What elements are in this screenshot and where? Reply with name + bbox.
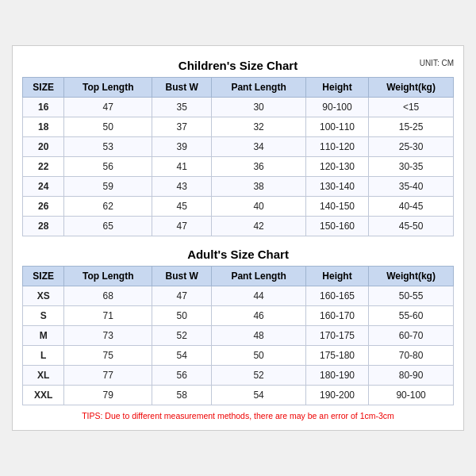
table-row: 1647353090-100<15 bbox=[23, 98, 454, 117]
table-cell: M bbox=[23, 326, 64, 346]
table-cell: 30-35 bbox=[369, 157, 454, 177]
table-cell: 190-200 bbox=[305, 386, 368, 405]
table-row: M735248170-17560-70 bbox=[23, 326, 454, 346]
table-cell: 52 bbox=[152, 326, 212, 346]
table-cell: 54 bbox=[152, 346, 212, 366]
table-cell: 26 bbox=[23, 197, 64, 217]
table-cell: 43 bbox=[152, 177, 212, 197]
table-cell: 180-190 bbox=[305, 366, 368, 386]
children-size-table: SIZE Top Length Bust W Pant Length Heigh… bbox=[22, 77, 454, 236]
table-row: XS684744160-16550-55 bbox=[23, 286, 454, 306]
table-cell: 47 bbox=[152, 286, 212, 306]
table-cell: 30 bbox=[212, 98, 306, 117]
table-cell: 70-80 bbox=[369, 346, 454, 366]
table-cell: 77 bbox=[64, 366, 152, 386]
table-row: 26624540140-15040-45 bbox=[23, 197, 454, 217]
table-cell: 59 bbox=[64, 177, 152, 197]
children-title-text: Children's Size Chart bbox=[178, 59, 298, 72]
table-row: XL775652180-19080-90 bbox=[23, 366, 454, 386]
table-cell: 110-120 bbox=[305, 137, 368, 157]
table-cell: 32 bbox=[212, 117, 306, 137]
table-cell: 90-100 bbox=[369, 386, 454, 405]
col-weight: Weight(kg) bbox=[369, 267, 454, 286]
table-cell: 28 bbox=[23, 217, 64, 236]
table-cell: 39 bbox=[152, 137, 212, 157]
table-cell: 52 bbox=[212, 366, 306, 386]
table-row: 28654742150-16045-50 bbox=[23, 217, 454, 236]
col-height: Height bbox=[305, 267, 368, 286]
col-weight: Weight(kg) bbox=[369, 78, 454, 98]
table-cell: 45-50 bbox=[369, 217, 454, 236]
table-cell: 150-160 bbox=[305, 217, 368, 236]
table-cell: 16 bbox=[23, 98, 64, 117]
table-cell: 73 bbox=[64, 326, 152, 346]
table-cell: L bbox=[23, 346, 64, 366]
table-cell: 40-45 bbox=[369, 197, 454, 217]
table-cell: 54 bbox=[212, 386, 306, 405]
unit-label: UNIT: CM bbox=[420, 59, 454, 67]
table-cell: 55-60 bbox=[369, 306, 454, 326]
col-pant-length: Pant Length bbox=[212, 78, 306, 98]
col-height: Height bbox=[305, 78, 368, 98]
table-cell: 56 bbox=[64, 157, 152, 177]
table-cell: XL bbox=[23, 366, 64, 386]
table-cell: 53 bbox=[64, 137, 152, 157]
table-row: 22564136120-13030-35 bbox=[23, 157, 454, 177]
table-cell: 79 bbox=[64, 386, 152, 405]
table-cell: 170-175 bbox=[305, 326, 368, 346]
table-cell: 130-140 bbox=[305, 177, 368, 197]
table-cell: 160-165 bbox=[305, 286, 368, 306]
table-cell: 22 bbox=[23, 157, 64, 177]
col-size: SIZE bbox=[23, 267, 64, 286]
table-row: 20533934110-12025-30 bbox=[23, 137, 454, 157]
table-cell: 75 bbox=[64, 346, 152, 366]
col-bust-w: Bust W bbox=[152, 78, 212, 98]
table-row: XXL795854190-20090-100 bbox=[23, 386, 454, 405]
table-cell: 68 bbox=[64, 286, 152, 306]
table-cell: 65 bbox=[64, 217, 152, 236]
col-top-length: Top Length bbox=[64, 267, 152, 286]
table-row: S715046160-17055-60 bbox=[23, 306, 454, 326]
table-cell: 34 bbox=[212, 137, 306, 157]
adult-header-row: SIZE Top Length Bust W Pant Length Heigh… bbox=[23, 267, 454, 286]
children-header-row: SIZE Top Length Bust W Pant Length Heigh… bbox=[23, 78, 454, 98]
col-top-length: Top Length bbox=[64, 78, 152, 98]
table-row: L755450175-18070-80 bbox=[23, 346, 454, 366]
col-size: SIZE bbox=[23, 78, 64, 98]
table-cell: 100-110 bbox=[305, 117, 368, 137]
table-cell: 46 bbox=[212, 306, 306, 326]
table-cell: 42 bbox=[212, 217, 306, 236]
col-bust-w: Bust W bbox=[152, 267, 212, 286]
table-cell: 60-70 bbox=[369, 326, 454, 346]
table-cell: XS bbox=[23, 286, 64, 306]
size-chart-card: Children's Size Chart UNIT: CM SIZE Top … bbox=[12, 45, 464, 431]
table-cell: 50 bbox=[152, 306, 212, 326]
table-cell: <15 bbox=[369, 98, 454, 117]
adult-body: XS684744160-16550-55S715046160-17055-60M… bbox=[23, 286, 454, 405]
table-cell: 47 bbox=[152, 217, 212, 236]
table-cell: 41 bbox=[152, 157, 212, 177]
table-cell: 56 bbox=[152, 366, 212, 386]
table-cell: 120-130 bbox=[305, 157, 368, 177]
adult-section-title: Adult's Size Chart bbox=[22, 243, 454, 263]
table-cell: 47 bbox=[64, 98, 152, 117]
table-cell: 20 bbox=[23, 137, 64, 157]
table-cell: S bbox=[23, 306, 64, 326]
tips-text: TIPS: Due to different measurement metho… bbox=[22, 411, 454, 422]
table-cell: 36 bbox=[212, 157, 306, 177]
table-cell: 80-90 bbox=[369, 366, 454, 386]
table-cell: 62 bbox=[64, 197, 152, 217]
table-cell: 35 bbox=[152, 98, 212, 117]
table-cell: 50 bbox=[64, 117, 152, 137]
table-cell: 50 bbox=[212, 346, 306, 366]
table-cell: 38 bbox=[212, 177, 306, 197]
table-cell: 175-180 bbox=[305, 346, 368, 366]
table-cell: 25-30 bbox=[369, 137, 454, 157]
col-pant-length: Pant Length bbox=[212, 267, 306, 286]
table-cell: 15-25 bbox=[369, 117, 454, 137]
children-body: 1647353090-100<1518503732100-11015-25205… bbox=[23, 98, 454, 236]
table-cell: 50-55 bbox=[369, 286, 454, 306]
table-cell: 40 bbox=[212, 197, 306, 217]
table-cell: 45 bbox=[152, 197, 212, 217]
table-cell: 24 bbox=[23, 177, 64, 197]
